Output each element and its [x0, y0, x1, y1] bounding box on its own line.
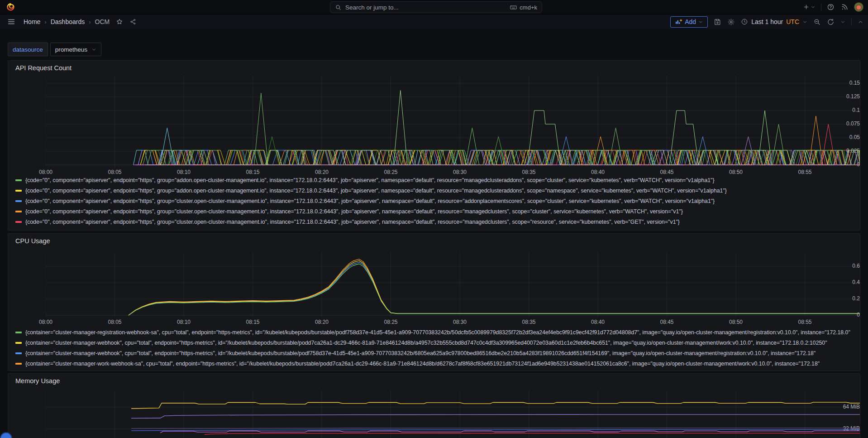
- datasource-value: prometheus: [55, 46, 87, 53]
- breadcrumb: Home › Dashboards › OCM: [24, 18, 110, 25]
- chart-series-line: [131, 428, 860, 428]
- chart-series-line: [821, 124, 835, 165]
- settings-gear-icon[interactable]: [727, 18, 735, 26]
- legend-label: {container="cluster-manager-webhook", cp…: [25, 340, 827, 346]
- new-menu-button[interactable]: [802, 3, 816, 11]
- legend-color-marker: [15, 200, 22, 202]
- x-axis-tick-label: 08:45: [657, 169, 677, 175]
- memory-usage-chart[interactable]: [46, 390, 860, 438]
- collapse-chevron-up-icon[interactable]: [858, 19, 863, 25]
- legend-color-marker: [15, 179, 22, 181]
- chart-legend: {code="0", component="apiserver", endpoi…: [15, 175, 856, 227]
- chevron-down-icon: [698, 19, 703, 24]
- help-icon: [827, 3, 835, 11]
- x-axis-tick-label: 08:25: [381, 319, 401, 325]
- legend-item[interactable]: {container="cluster-manager-registration…: [15, 327, 856, 337]
- news-button[interactable]: [840, 2, 849, 12]
- legend-label: {container="cluster-manager-webhook", cp…: [25, 350, 816, 356]
- keyboard-icon: [510, 4, 517, 11]
- breadcrumb-dashboards[interactable]: Dashboards: [51, 18, 85, 25]
- nav-divider: [821, 4, 821, 11]
- menu-icon[interactable]: [7, 18, 15, 26]
- legend-label: {code="0", component="apiserver", endpoi…: [25, 208, 683, 215]
- legend-color-marker: [15, 352, 22, 354]
- x-axis-tick-label: 08:25: [381, 169, 401, 175]
- legend-item[interactable]: {code="0", component="apiserver", endpoi…: [15, 185, 856, 196]
- x-axis-tick-label: 08:45: [657, 319, 677, 325]
- chart-series-line: [254, 93, 268, 165]
- dashboard-toolbar: Home › Dashboards › OCM Add: [0, 14, 868, 29]
- legend-item[interactable]: {code="0", component="apiserver", endpoi…: [15, 175, 856, 185]
- refresh-icon[interactable]: [827, 18, 835, 26]
- search-input[interactable]: [345, 4, 506, 11]
- panel-title[interactable]: Memory Usage: [15, 377, 60, 385]
- cpu-usage-chart[interactable]: [46, 252, 860, 318]
- panel-cpu-usage: CPU Usage 00.20.40.6 08:0008:0508:1008:1…: [8, 233, 860, 371]
- star-icon: [116, 18, 123, 25]
- x-axis-tick-label: 08:55: [795, 169, 815, 175]
- legend-label: {container="cluster-manager-registration…: [25, 329, 850, 336]
- panel-memory-usage: Memory Usage 32 MiB64 MiB: [8, 373, 860, 438]
- breadcrumb-current: OCM: [95, 18, 110, 25]
- x-axis-tick-label: 08:00: [36, 169, 56, 175]
- x-axis-tick-label: 08:55: [795, 319, 815, 325]
- x-axis-tick-label: 08:00: [36, 319, 56, 325]
- save-dashboard-icon[interactable]: [714, 18, 721, 26]
- x-axis-tick-label: 08:30: [450, 169, 470, 175]
- user-avatar[interactable]: [854, 2, 863, 12]
- x-axis-tick-label: 08:20: [312, 169, 332, 175]
- legend-item[interactable]: {container="cluster-manager-webhook", cp…: [15, 348, 856, 358]
- chart-series-line: [131, 402, 860, 409]
- time-range-picker[interactable]: Last 1 hour UTC: [741, 18, 807, 25]
- chart-canvas: [46, 75, 860, 168]
- legend-label: {container="cluster-manager-work-webhook…: [25, 361, 820, 367]
- x-axis-tick-label: 08:20: [312, 319, 332, 325]
- refresh-interval-chevron-icon[interactable]: [840, 19, 845, 24]
- legend-color-marker: [15, 211, 22, 212]
- api-request-count-chart[interactable]: [46, 75, 860, 168]
- nav-right-actions: [802, 0, 863, 14]
- legend-item[interactable]: {code="0", component="apiserver", endpoi…: [15, 206, 856, 217]
- legend-color-marker: [15, 342, 22, 344]
- breadcrumb-home[interactable]: Home: [24, 18, 40, 25]
- grafana-logo[interactable]: [6, 2, 15, 12]
- x-axis-tick-label: 08:50: [726, 169, 746, 175]
- variable-label: datasource: [8, 43, 48, 56]
- legend-item[interactable]: {code="0", component="apiserver", endpoi…: [15, 196, 856, 206]
- datasource-dropdown[interactable]: prometheus: [50, 43, 101, 56]
- panel-title[interactable]: CPU Usage: [15, 237, 50, 245]
- chart-series-line: [160, 431, 860, 433]
- legend-item[interactable]: {container="cluster-manager-work-webhook…: [15, 358, 856, 369]
- legend-label: {code="0", component="apiserver", endpoi…: [25, 177, 715, 183]
- chart-series-line: [129, 264, 860, 316]
- chart-series-line: [129, 262, 860, 315]
- panel-title[interactable]: API Request Count: [15, 64, 72, 72]
- help-button[interactable]: [826, 2, 835, 12]
- add-panel-button[interactable]: Add: [670, 16, 708, 28]
- x-axis-tick-label: 08:10: [174, 169, 194, 175]
- rss-icon: [841, 3, 849, 11]
- zoom-out-icon[interactable]: [813, 18, 821, 26]
- legend-label: {code="0", component="apiserver", endpoi…: [25, 188, 727, 194]
- x-axis-tick-label: 08:35: [519, 169, 539, 175]
- chart-series-line: [131, 414, 860, 418]
- share-button[interactable]: [129, 18, 137, 25]
- legend-item[interactable]: {code="0", component="apiserver", endpoi…: [15, 217, 856, 227]
- global-search[interactable]: cmd+k: [330, 1, 542, 13]
- chevron-down-icon: [802, 19, 807, 24]
- legend-label: {code="0", component="apiserver", endpoi…: [25, 219, 680, 225]
- clock-icon: [741, 18, 748, 25]
- chart-canvas: [46, 390, 860, 438]
- x-axis-tick-label: 08:15: [243, 169, 263, 175]
- legend-item[interactable]: {container="cluster-manager-webhook", cp…: [15, 337, 856, 348]
- favorite-button[interactable]: [116, 18, 123, 25]
- x-axis-labels: 08:0008:0508:1008:1508:2008:2508:3008:35…: [46, 319, 860, 326]
- chevron-down-icon: [91, 47, 96, 52]
- chart-series-line: [772, 124, 786, 165]
- x-axis-tick-label: 08:05: [105, 169, 125, 175]
- panel-api-request-count: API Request Count 00.0250.050.0750.10.12…: [8, 60, 860, 231]
- x-axis-tick-label: 08:15: [243, 319, 263, 325]
- x-axis-tick-label: 08:40: [588, 319, 608, 325]
- x-axis-tick-label: 08:05: [105, 319, 125, 325]
- breadcrumb-separator: ›: [89, 19, 91, 25]
